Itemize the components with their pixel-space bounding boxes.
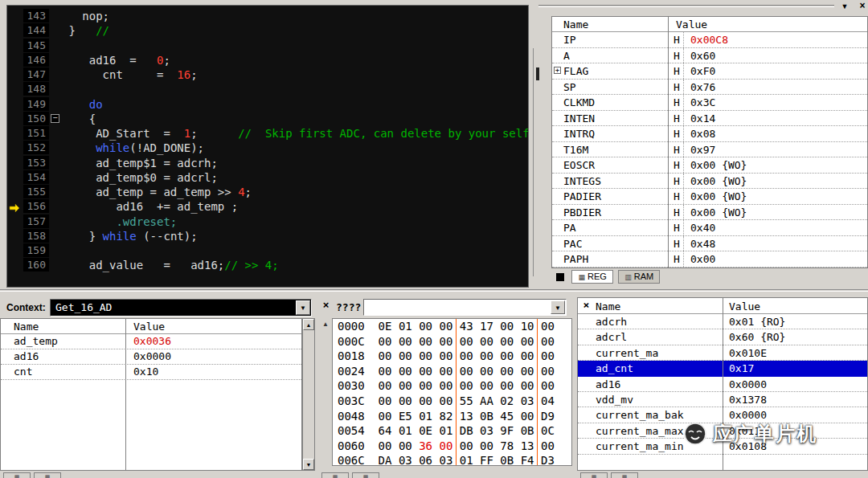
bottom-tab[interactable]: ▦	[352, 472, 379, 478]
register-row[interactable]: IPH0x00C8	[552, 32, 867, 48]
line-number[interactable]: 145	[23, 39, 49, 52]
code-line[interactable]: 147 cnt = 16;	[7, 67, 528, 82]
line-number[interactable]: 156	[23, 199, 49, 213]
register-row[interactable]: AH0x60	[552, 48, 867, 64]
chevron-down-icon[interactable]: ▼	[837, 1, 852, 12]
register-row[interactable]: INTENH0x14	[552, 111, 867, 127]
line-number[interactable]: 147	[23, 67, 49, 81]
close-icon[interactable]: ×	[321, 300, 331, 311]
locals-scrollbar[interactable]: ▲ ▼	[302, 318, 315, 471]
memory-combo-dropdown-icon[interactable]: ▼	[551, 300, 565, 314]
memory-address-combo[interactable]: ▼	[363, 299, 567, 316]
hex-row[interactable]: 0048 00 E5 01 82 13 0B 45 00 D9	[338, 409, 555, 424]
register-row[interactable]: PAH0x40	[552, 220, 867, 236]
code-line[interactable]: 146 ad16 = 0;	[7, 53, 528, 67]
register-row[interactable]: PADIERH0x00 {WO}	[552, 189, 867, 205]
locals-row[interactable]: ad_temp0x0036	[1, 334, 301, 349]
hex-row[interactable]: 0054 64 01 0E 01 DB 03 9F 0B 0C	[338, 423, 555, 439]
close-icon[interactable]: ×	[581, 300, 592, 311]
line-number[interactable]: 152	[23, 141, 49, 154]
variable-name: ad16	[596, 377, 620, 392]
line-number[interactable]: 149	[23, 97, 49, 111]
bottom-tab[interactable]: ▦	[321, 472, 349, 478]
code-line[interactable]: 158 } while (--cnt);	[7, 229, 528, 243]
bottom-tab[interactable]: ▦	[3, 472, 31, 478]
register-row[interactable]: CLKMDH0x3C	[552, 95, 867, 111]
code-line[interactable]: 159	[7, 243, 528, 258]
code-line[interactable]: 154 ad_temp$0 = adcrl;	[7, 170, 528, 185]
code-line[interactable]: 149 do	[7, 97, 528, 112]
code-line[interactable]: 155 ad_temp = ad_temp >> 4;	[7, 185, 528, 199]
memory-hex-view[interactable]: 0000 0E 01 00 00 43 17 00 10 00000C 00 0…	[332, 318, 572, 466]
hex-byte: 00	[541, 349, 555, 362]
code-line[interactable]: 156 ad16 += ad_temp ;	[7, 199, 528, 214]
line-number[interactable]: 159	[23, 243, 49, 257]
horizontal-splitter[interactable]	[0, 289, 868, 292]
hex-row[interactable]: 0018 00 00 00 00 00 00 00 00 00	[338, 349, 555, 364]
locals-row[interactable]: ad160x0000	[1, 349, 301, 365]
hex-row[interactable]: 0060 00 00 36 00 00 00 78 13 00	[338, 439, 555, 454]
hex-byte: 00	[379, 365, 399, 378]
bottom-tab[interactable]: ▦	[611, 472, 638, 478]
code-line[interactable]: 150− {	[7, 112, 528, 126]
register-value: 0x00 {WO}	[690, 189, 747, 204]
dock-square-icon[interactable]	[556, 273, 564, 281]
register-row[interactable]: T16MH0x97	[552, 142, 867, 158]
register-row[interactable]: EOSCRH0x00 {WO}	[552, 157, 867, 174]
line-number[interactable]: 153	[23, 156, 49, 170]
editor-scrollbar-thumb[interactable]	[536, 67, 539, 80]
line-number[interactable]: 155	[23, 185, 49, 198]
code-line[interactable]: 157 .wdreset;	[7, 214, 528, 229]
line-number[interactable]: 148	[23, 82, 49, 96]
fold-toggle-icon[interactable]: −	[51, 114, 59, 123]
register-row[interactable]: PBDIERH0x00 {WO}	[552, 205, 867, 221]
line-number[interactable]: 151	[23, 126, 49, 140]
line-number[interactable]: 160	[23, 258, 49, 272]
hex-row[interactable]: 0024 00 00 00 00 00 00 00 00 00	[338, 364, 555, 379]
line-number[interactable]: 146	[23, 53, 49, 67]
scroll-down-icon[interactable]: ▼	[303, 459, 314, 470]
locals-row[interactable]: cnt0x10	[1, 365, 301, 380]
code-line[interactable]: 151 AD_Start = 1; // Skip first ADC, can…	[7, 126, 528, 141]
code-text: ad16 += ad_temp ;	[62, 199, 238, 214]
register-row[interactable]: PAPHH0x00	[552, 251, 867, 268]
register-row[interactable]: +FLAGH0xF0	[552, 63, 867, 80]
close-icon[interactable]: ×	[855, 1, 868, 12]
bottom-tab[interactable]: ▦	[580, 472, 608, 478]
code-line[interactable]: 145	[7, 39, 528, 53]
hex-row[interactable]: 0030 00 00 00 00 00 00 00 00 00	[338, 378, 555, 394]
context-combo-dropdown-icon[interactable]: ▼	[296, 300, 310, 315]
context-combo[interactable]: Get_16_AD ▼	[50, 299, 312, 317]
hex-row[interactable]: 003C 00 00 00 00 55 AA 02 03 04	[338, 394, 555, 409]
line-number[interactable]: 154	[23, 170, 49, 184]
line-number[interactable]: 157	[23, 214, 49, 228]
tab-reg[interactable]: ▦REG	[571, 270, 612, 284]
editor-scrollbar[interactable]	[533, 48, 534, 276]
hex-row[interactable]: 0000 0E 01 00 00 43 17 00 10 00	[338, 319, 555, 334]
code-line[interactable]: 160 ad_value = ad16;// >> 4;	[7, 258, 528, 272]
variable-name: cnt	[14, 365, 32, 379]
code-line[interactable]: 148	[7, 82, 528, 96]
code-line[interactable]: 153 ad_temp$1 = adcrh;	[7, 156, 528, 170]
scroll-up-icon[interactable]: ▲	[321, 320, 330, 329]
line-number[interactable]: 143	[23, 9, 49, 22]
code-editor[interactable]: 143 nop;144 } //145146 ad16 = 0;147 cnt …	[6, 5, 529, 288]
bottom-tab[interactable]: ▦	[34, 472, 61, 478]
expand-icon[interactable]: +	[554, 67, 561, 74]
register-row[interactable]: INTRQH0x08	[552, 126, 867, 142]
code-line[interactable]: 143 nop;	[7, 9, 528, 23]
variable-name: vdd_mv	[596, 392, 633, 407]
hex-row[interactable]: 000C 00 00 00 00 00 00 00 00 00	[338, 334, 555, 349]
line-number[interactable]: 158	[23, 229, 49, 243]
tab-ram[interactable]: ▥RAM	[618, 270, 660, 284]
hex-row[interactable]: 006C DA 03 06 03 01 FF 0B F4 D3	[338, 453, 555, 466]
register-row[interactable]: SPH0x76	[552, 80, 867, 96]
register-row[interactable]: PACH0x48	[552, 236, 867, 252]
code-line[interactable]: 144 } //	[7, 23, 528, 38]
scroll-up-icon[interactable]: ▲	[303, 319, 314, 330]
line-number[interactable]: 150	[23, 112, 49, 125]
line-number[interactable]: 144	[23, 23, 49, 37]
code-line[interactable]: 152 while(!AD_DONE);	[7, 141, 528, 155]
register-row[interactable]: INTEGSH0x00 {WO}	[552, 174, 867, 190]
toolbar-grip[interactable]	[538, 5, 834, 7]
